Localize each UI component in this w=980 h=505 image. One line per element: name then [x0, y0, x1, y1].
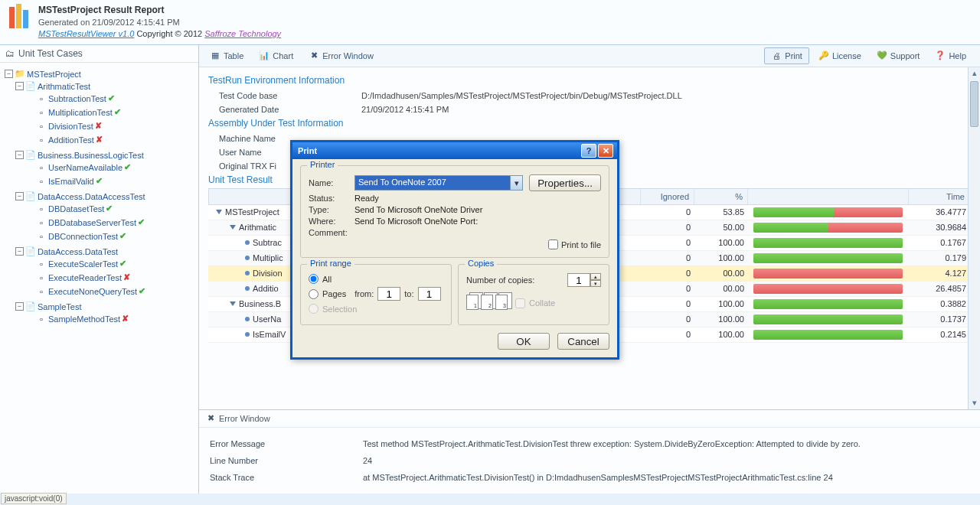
row-name: Business.B: [239, 299, 281, 308]
status-bar: javascript:void(0): [1, 493, 67, 504]
cancel-button[interactable]: Cancel: [557, 333, 609, 350]
table-icon: ▦: [210, 50, 220, 61]
row-percent: 100.00: [695, 312, 749, 327]
tree-item[interactable]: ▫MultiplicationTest✔: [26, 107, 198, 118]
scroll-thumb[interactable]: [970, 81, 978, 127]
row-name: IsEmailV: [253, 330, 286, 339]
collapse-icon[interactable]: −: [15, 302, 24, 311]
svg-rect-0: [9, 7, 15, 28]
properties-button[interactable]: Properties...: [529, 174, 601, 191]
print-to-file-checkbox[interactable]: [548, 239, 558, 249]
class-icon: 📄: [25, 191, 36, 202]
gendate-value: 21/09/2012 4:15:41 PM: [361, 105, 449, 114]
collapse-icon[interactable]: −: [5, 70, 13, 78]
help-button[interactable]: ❓Help: [929, 48, 972, 64]
col-time[interactable]: Time: [909, 189, 970, 204]
row-name: Arithmatic: [239, 223, 276, 232]
row-name: Additio: [253, 284, 279, 293]
printer-name-value: Send To OneNote 2007: [355, 176, 510, 190]
error-pane: ✖Error Window Error MessageTest method M…: [199, 409, 980, 494]
help-icon: ❓: [935, 50, 946, 61]
pass-icon: ✔: [124, 162, 131, 172]
tree-item[interactable]: ▫DBDatabaseServerTest✔: [26, 217, 198, 228]
collate-graphic: 123: [466, 295, 508, 310]
tree-item[interactable]: ▫ExecuteScalerTest✔: [26, 259, 198, 269]
tree-item[interactable]: ▫DivisionTest✘: [26, 121, 198, 132]
range-legend: Print range: [307, 259, 354, 268]
fail-icon: ✘: [123, 272, 130, 282]
collapse-icon[interactable]: −: [15, 151, 24, 159]
tree-item[interactable]: ▫DBConnectionTest✔: [26, 231, 198, 242]
expand-icon[interactable]: [230, 225, 236, 230]
tree-item[interactable]: ▫ExecuteReaderTest✘: [26, 272, 198, 283]
row-time: 0.179: [910, 251, 971, 266]
viewer-link[interactable]: MSTestResultViewer v1.0: [38, 29, 134, 38]
col-ignored[interactable]: Ignored: [641, 189, 694, 204]
row-ignored: 0: [642, 282, 695, 296]
err-trace-value: at MSTestProject.ArithmaticTest.Division…: [363, 473, 969, 482]
license-button[interactable]: 🔑License: [812, 48, 867, 64]
tree-item[interactable]: ▫IsEmailValid✔: [26, 176, 198, 187]
collapse-icon[interactable]: −: [15, 247, 24, 256]
row-percent: 00.00: [695, 282, 749, 296]
chart-button[interactable]: 📊Chart: [253, 48, 299, 64]
vertical-scrollbar[interactable]: ▴ ▾: [968, 67, 980, 409]
env-section-title: TestRun Environment Information: [208, 75, 971, 86]
expand-icon[interactable]: [216, 210, 222, 214]
error-window-button[interactable]: ✖Error Window: [302, 48, 380, 64]
method-icon: ▫: [36, 93, 47, 104]
tree-item[interactable]: ▫AdditionTest✘: [26, 135, 198, 145]
collapse-icon[interactable]: −: [15, 192, 24, 200]
all-radio[interactable]: [309, 274, 318, 284]
tree-group[interactable]: −📄Business.BusinessLogicTest: [15, 150, 198, 161]
company-link[interactable]: Saffroze Technology: [204, 29, 281, 38]
table-button[interactable]: ▦Table: [204, 48, 250, 64]
col-percent[interactable]: %: [694, 189, 748, 204]
where-value: Send To Microsoft OneNote Port:: [354, 217, 601, 226]
asm-section-title: Assembly Under Test Information: [208, 118, 971, 129]
spin-up-icon[interactable]: ▴: [590, 273, 601, 280]
print-button[interactable]: 🖨Print: [764, 47, 809, 64]
tree-group[interactable]: −📄DataAccess.DataTest: [15, 246, 198, 257]
tree-root[interactable]: −📁MSTestProject: [5, 69, 198, 80]
tree-group[interactable]: −📄ArithmaticTest: [15, 81, 198, 92]
chevron-down-icon[interactable]: ▾: [510, 176, 522, 190]
test-tree[interactable]: −📁MSTestProject−📄ArithmaticTest▫Subtract…: [0, 63, 198, 494]
dialog-help-button[interactable]: ?: [581, 144, 596, 158]
err-line-value: 24: [363, 456, 372, 465]
error-pane-title: ✖Error Window: [199, 410, 980, 428]
tree-item[interactable]: ▫ExecuteNoneQueryTest✔: [26, 286, 198, 297]
pass-icon: ✔: [96, 176, 103, 186]
scroll-down-icon[interactable]: ▾: [969, 397, 980, 409]
progress-bar: [753, 223, 903, 233]
dialog-titlebar[interactable]: Print ? ✕: [292, 142, 617, 159]
progress-bar: [753, 330, 903, 340]
method-icon: ▫: [36, 217, 47, 228]
tree-item[interactable]: ▫SubtractionTest✔: [26, 93, 198, 104]
dialog-close-button[interactable]: ✕: [598, 144, 613, 158]
pass-icon: ✔: [119, 259, 126, 269]
bullet-icon: [245, 271, 250, 275]
type-value: Send To Microsoft OneNote Driver: [354, 205, 601, 214]
copies-input[interactable]: [567, 273, 590, 287]
support-button[interactable]: 💚Support: [871, 48, 926, 64]
pages-radio[interactable]: [309, 289, 318, 299]
printer-name-combo[interactable]: Send To OneNote 2007 ▾: [354, 175, 523, 191]
pass-icon: ✔: [139, 286, 145, 296]
tree-item[interactable]: ▫SampleMethodTest✘: [26, 314, 198, 324]
to-input[interactable]: [418, 287, 441, 301]
fail-icon: ✘: [96, 135, 103, 145]
tree-group[interactable]: −📄DataAccess.DataAccessTest: [15, 191, 198, 202]
tree-item[interactable]: ▫DBDatasetTest✔: [26, 204, 198, 214]
ok-button[interactable]: OK: [498, 333, 550, 350]
scroll-up-icon[interactable]: ▴: [969, 67, 980, 80]
expand-icon[interactable]: [230, 301, 236, 306]
row-percent: 100.00: [695, 327, 749, 342]
tree-group[interactable]: −📄SampleTest: [15, 301, 198, 312]
collapse-icon[interactable]: −: [15, 82, 24, 90]
codebase-label: Test Code base: [208, 91, 361, 100]
sidebar-title: 🗂 Unit Test Cases: [0, 45, 198, 63]
spin-down-icon[interactable]: ▾: [590, 280, 601, 287]
from-input[interactable]: [377, 287, 400, 301]
tree-item[interactable]: ▫UserNameAvailable✔: [26, 162, 198, 173]
